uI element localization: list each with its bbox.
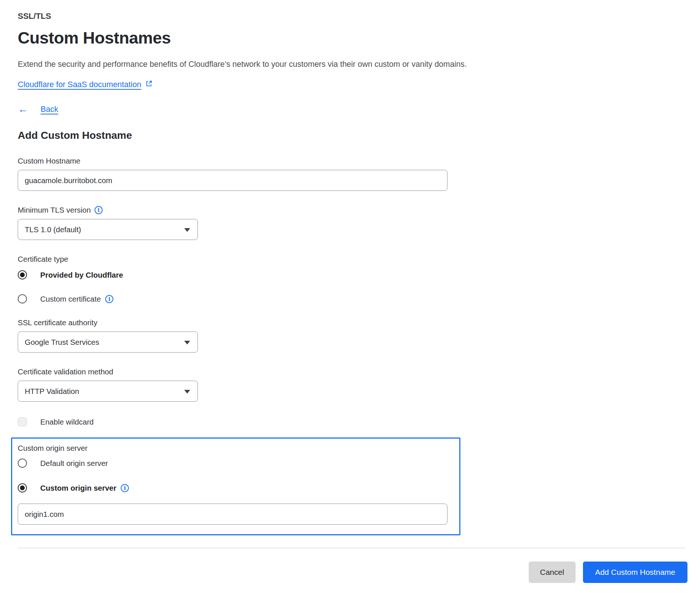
enable-wildcard-row[interactable]: Enable wildcard [18, 417, 685, 426]
ssl-authority-selected-value: Google Trust Services [25, 338, 99, 347]
page-title: Custom Hostnames [18, 29, 685, 47]
page-description: Extend the security and performance bene… [18, 59, 685, 69]
radio-button[interactable] [18, 294, 27, 303]
custom-origin-server-label: Custom origin server [18, 444, 447, 453]
radio-default-origin-server[interactable]: Default origin server [18, 459, 447, 468]
radio-custom-certificate[interactable]: Custom certificate i [18, 294, 685, 303]
form-title: Add Custom Hostname [18, 129, 685, 142]
validation-method-label: Certificate validation method [18, 367, 685, 376]
enable-wildcard-label[interactable]: Enable wildcard [40, 418, 94, 426]
custom-origin-server-input[interactable] [18, 504, 447, 525]
breadcrumb: SSL/TLS [18, 12, 685, 21]
validation-method-field-group: Certificate validation method HTTP Valid… [18, 367, 685, 402]
certificate-type-group: Certificate type Provided by Cloudflare … [18, 255, 685, 303]
saas-documentation-link[interactable]: Cloudflare for SaaS documentation [18, 80, 141, 89]
enable-wildcard-checkbox[interactable] [18, 417, 27, 426]
footer-actions: Cancel Add Custom Hostname [18, 562, 687, 583]
ssl-authority-label: SSL certificate authority [18, 318, 685, 327]
min-tls-field-group: Minimum TLS version i TLS 1.0 (default) [18, 206, 685, 240]
radio-button[interactable] [18, 483, 27, 493]
custom-origin-server-section: Custom origin server Default origin serv… [11, 437, 460, 535]
back-row: ← Back [18, 103, 685, 115]
chevron-down-icon [184, 228, 190, 232]
min-tls-selected-value: TLS 1.0 (default) [25, 225, 81, 234]
custom-hostnames-page: SSL/TLS Custom Hostnames Extend the secu… [0, 0, 700, 595]
certificate-type-label: Certificate type [18, 255, 685, 264]
back-arrow-icon[interactable]: ← [18, 104, 28, 114]
footer-divider [18, 548, 685, 548]
custom-certificate-info-icon[interactable]: i [105, 295, 113, 303]
custom-hostname-input[interactable] [18, 170, 447, 191]
radio-label[interactable]: Custom certificate i [40, 295, 113, 303]
radio-label[interactable]: Custom origin server i [40, 484, 129, 493]
add-custom-hostname-button[interactable]: Add Custom Hostname [583, 562, 687, 583]
radio-label[interactable]: Provided by Cloudflare [40, 271, 123, 279]
validation-method-select[interactable]: HTTP Validation [18, 381, 198, 402]
external-link-icon[interactable] [145, 80, 153, 89]
radio-provided-by-cloudflare[interactable]: Provided by Cloudflare [18, 270, 685, 279]
ssl-authority-field-group: SSL certificate authority Google Trust S… [18, 318, 685, 353]
cancel-button[interactable]: Cancel [529, 562, 576, 583]
chevron-down-icon [184, 341, 190, 344]
min-tls-info-icon[interactable]: i [95, 206, 103, 214]
custom-origin-info-icon[interactable]: i [121, 484, 129, 492]
ssl-authority-select[interactable]: Google Trust Services [18, 332, 198, 353]
radio-label[interactable]: Default origin server [40, 459, 108, 468]
radio-button[interactable] [18, 459, 27, 468]
doc-link-row: Cloudflare for SaaS documentation [18, 80, 685, 90]
validation-method-selected-value: HTTP Validation [25, 387, 79, 396]
custom-hostname-field-group: Custom Hostname [18, 157, 685, 191]
min-tls-label: Minimum TLS version i [18, 206, 685, 215]
chevron-down-icon [184, 390, 190, 394]
custom-hostname-label: Custom Hostname [18, 157, 685, 165]
back-link[interactable]: Back [41, 105, 58, 114]
radio-button[interactable] [18, 270, 27, 279]
radio-custom-origin-server[interactable]: Custom origin server i [18, 483, 447, 493]
min-tls-select[interactable]: TLS 1.0 (default) [18, 219, 198, 240]
